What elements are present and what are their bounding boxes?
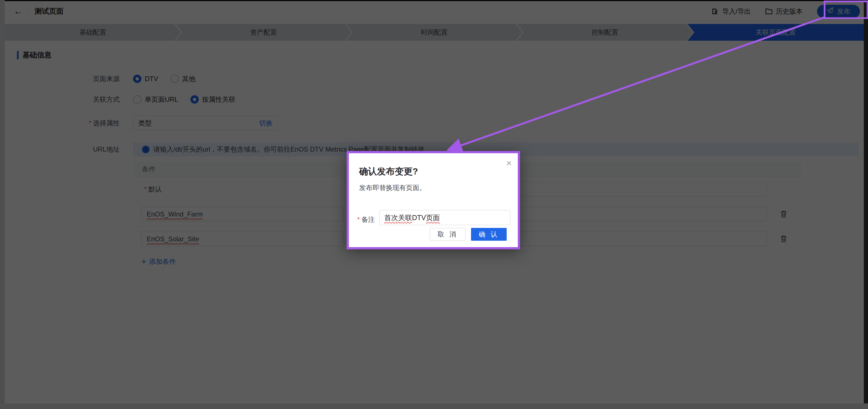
required-asterisk: * <box>357 216 360 223</box>
note-label: *备注 <box>357 215 375 224</box>
annotation-highlight-publish <box>824 1 868 19</box>
window-frame-left <box>0 0 5 409</box>
dialog-title: 确认发布变更? <box>359 166 418 178</box>
cancel-button[interactable]: 取 消 <box>430 228 465 241</box>
close-icon[interactable]: × <box>506 158 512 168</box>
confirm-button[interactable]: 确 认 <box>471 228 507 241</box>
window-frame-bottom <box>0 403 868 409</box>
note-input[interactable]: 首次关联 DTV 页面 <box>379 210 510 225</box>
window-frame-right <box>864 0 868 409</box>
dialog-message: 发布即替换现有页面。 <box>359 183 426 192</box>
confirm-publish-dialog: × 确认发布变更? 发布即替换现有页面。 *备注 首次关联 DTV 页面 取 消… <box>347 151 520 250</box>
